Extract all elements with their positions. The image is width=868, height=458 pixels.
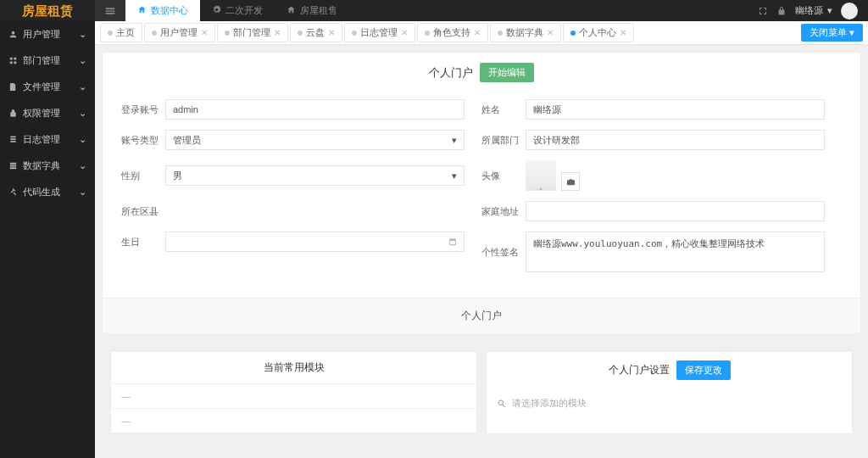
tab[interactable]: 日志管理✕ [344, 23, 415, 42]
sidebar-icon [8, 187, 18, 197]
close-icon[interactable]: ✕ [274, 28, 281, 37]
login-account-input[interactable] [165, 99, 465, 120]
module-item[interactable]: --- [111, 384, 476, 409]
tab-dot [298, 31, 303, 36]
sidebar-icon [8, 161, 18, 170]
sidebar-icon [8, 56, 18, 65]
signature-textarea[interactable]: 幽络源www.youluoyuan.com，精心收集整理网络技术 [526, 232, 825, 272]
portal-settings-title: 个人门户设置 [609, 363, 670, 377]
department-input[interactable] [526, 130, 825, 150]
chevron-down-icon: ⌄ [79, 187, 86, 198]
sidebar-icon [8, 82, 18, 92]
close-icon[interactable]: ✕ [547, 28, 554, 37]
sidebar-item[interactable]: 代码生成⌄ [0, 179, 95, 205]
topnav-item[interactable]: 数据中心 [125, 0, 200, 21]
fullscreen-icon[interactable] [758, 6, 768, 16]
avatar-preview: ..▲.. [526, 160, 556, 191]
chevron-down-icon: ▾ [452, 135, 457, 146]
close-icon[interactable]: ✕ [328, 28, 335, 37]
nav-icon [212, 5, 221, 16]
sidebar-icon [8, 30, 18, 39]
topnav-item[interactable]: 房屋租售 [275, 0, 349, 21]
search-icon [497, 399, 507, 409]
sidebar-item[interactable]: 用户管理⌄ [0, 21, 95, 47]
birthday-input[interactable] [165, 232, 465, 252]
tab[interactable]: 用户管理✕ [144, 23, 215, 42]
name-input[interactable] [526, 99, 825, 120]
calendar-icon [448, 237, 457, 246]
sidebar-icon [8, 135, 18, 144]
section-title: 个人门户 [103, 298, 860, 333]
current-modules-title: 当前常用模块 [111, 352, 476, 383]
close-icon[interactable]: ✕ [620, 28, 626, 37]
close-icon[interactable]: ✕ [201, 28, 208, 37]
sidebar-item[interactable]: 权限管理⌄ [0, 100, 95, 126]
avatar[interactable] [841, 3, 858, 20]
gender-label: 性别 [121, 170, 165, 182]
home-addr-input[interactable] [526, 201, 825, 221]
panel-title: 个人门户 [429, 65, 473, 81]
logo: 房屋租赁 [0, 0, 95, 21]
region-label: 所在区县 [121, 205, 165, 218]
lock-icon[interactable] [776, 6, 787, 16]
sidebar-item[interactable]: 部门管理⌄ [0, 47, 95, 74]
sidebar-item[interactable]: 数据字典⌄ [0, 153, 95, 179]
gender-select[interactable]: 男 ▾ [165, 165, 465, 186]
name-label: 姓名 [481, 103, 526, 116]
chevron-down-icon: ⌄ [79, 160, 86, 171]
edit-button[interactable]: 开始编辑 [480, 63, 534, 82]
sidebar-item[interactable]: 文件管理⌄ [0, 74, 95, 100]
nav-icon [287, 5, 296, 16]
tab[interactable]: 角色支持✕ [417, 23, 488, 42]
topnav-item[interactable]: 二次开发 [200, 0, 275, 21]
chevron-down-icon: ⌄ [79, 134, 86, 145]
tab-dot [152, 31, 157, 36]
tab[interactable]: 个人中心✕ [563, 23, 634, 42]
avatar-label: 头像 [481, 170, 526, 182]
menu-icon [104, 5, 116, 17]
tab-dot [425, 31, 430, 36]
tab[interactable]: 主页 [100, 23, 142, 42]
birthday-label: 生日 [121, 236, 165, 249]
close-all-tabs[interactable]: 关闭菜单 ▾ [801, 24, 863, 42]
chevron-down-icon: ⌄ [79, 108, 86, 119]
nav-icon [137, 5, 147, 16]
close-icon[interactable]: ✕ [401, 28, 408, 37]
home-addr-label: 家庭地址 [481, 205, 526, 218]
module-search[interactable]: 请选择添加的模块 [487, 388, 852, 418]
tab[interactable]: 云盘✕ [290, 23, 342, 42]
tab-dot [498, 31, 503, 36]
avatar-upload-button[interactable] [561, 172, 580, 191]
tab[interactable]: 部门管理✕ [217, 23, 288, 42]
chevron-down-icon: ⌄ [79, 55, 86, 66]
sidebar-icon [8, 109, 18, 118]
tab[interactable]: 数据字典✕ [490, 23, 561, 42]
close-icon[interactable]: ✕ [474, 28, 481, 37]
sidebar-item[interactable]: 日志管理⌄ [0, 126, 95, 153]
chevron-down-icon: ▾ [452, 170, 457, 182]
chevron-down-icon: ⌄ [79, 29, 86, 40]
department-label: 所属部门 [481, 134, 526, 147]
module-item[interactable]: --- [111, 409, 476, 433]
save-button[interactable]: 保存更改 [676, 360, 731, 380]
tab-dot [225, 31, 230, 36]
tab-dot [570, 31, 576, 36]
menu-toggle[interactable] [95, 0, 125, 21]
tab-dot [108, 31, 113, 36]
chevron-down-icon: ▾ [827, 5, 832, 16]
tab-dot [352, 31, 357, 36]
login-account-label: 登录账号 [121, 103, 165, 116]
account-type-select[interactable]: 管理员 ▾ [165, 130, 465, 150]
user-name: 幽络源 [795, 4, 823, 17]
account-type-label: 账号类型 [121, 134, 165, 147]
user-menu[interactable]: 幽络源 ▾ [795, 4, 832, 17]
region-input[interactable] [165, 201, 465, 221]
camera-icon [566, 177, 576, 187]
chevron-down-icon: ⌄ [79, 81, 86, 92]
signature-label: 个性签名 [481, 246, 526, 259]
